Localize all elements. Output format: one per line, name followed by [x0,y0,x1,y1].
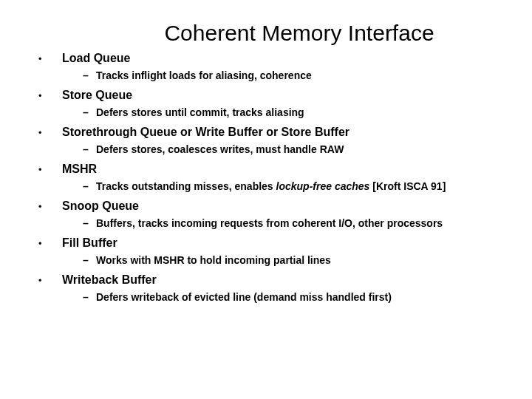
sub-list: – Tracks inflight loads for aliasing, co… [30,69,502,81]
dash-icon: – [83,106,96,118]
sub-list: – Defers stores until commit, tracks ali… [30,106,502,118]
sub-text: Tracks inflight loads for aliasing, cohe… [96,69,312,81]
sub-item: – Defers stores until commit, tracks ali… [83,106,502,118]
list-item: • Storethrough Queue or Write Buffer or … [30,126,502,155]
sub-item: – Defers writeback of evicted line (dema… [83,291,502,303]
slide-title: Coherent Memory Interface [30,21,502,46]
sub-item: – Works with MSHR to hold incoming parti… [83,254,502,266]
item-label: Writeback Buffer [62,273,157,287]
bullet-icon: • [30,164,62,175]
dash-icon: – [83,217,96,229]
sub-list: – Defers writeback of evicted line (dema… [30,291,502,303]
list-item: • Load Queue – Tracks inflight loads for… [30,52,502,81]
slide: Coherent Memory Interface • Load Queue –… [0,0,532,399]
bullet-icon: • [30,275,62,286]
dash-icon: – [83,180,96,192]
sub-list: – Defers stores, coalesces writes, must … [30,143,502,155]
sub-text-post: [Kroft ISCA 91] [369,180,446,192]
sub-text: Works with MSHR to hold incoming partial… [96,254,331,266]
bullet-icon: • [30,90,62,101]
sub-item: – Tracks inflight loads for aliasing, co… [83,69,502,81]
list-item: • Writeback Buffer – Defers writeback of… [30,273,502,303]
list-row: • Storethrough Queue or Write Buffer or … [30,126,502,139]
sub-text-ital: lockup-free caches [276,180,370,192]
bullet-icon: • [30,238,62,249]
sub-item: – Buffers, tracks incoming requests from… [83,217,502,229]
sub-item: – Defers stores, coalesces writes, must … [83,143,502,155]
sub-text: Defers stores until commit, tracks alias… [96,106,304,118]
sub-text-pre: Tracks outstanding misses, enables [96,180,276,192]
bullet-icon: • [30,127,62,138]
bullet-icon: • [30,53,62,64]
dash-icon: – [83,69,96,81]
item-label: Store Queue [62,89,132,102]
list-row: • MSHR [30,163,502,176]
list-row: • Snoop Queue [30,200,502,213]
bullet-list: • Load Queue – Tracks inflight loads for… [30,52,502,303]
list-row: • Fill Buffer [30,236,502,250]
sub-text: Defers stores, coalesces writes, must ha… [96,143,344,155]
sub-text: Buffers, tracks incoming requests from c… [96,217,443,229]
list-item: • MSHR – Tracks outstanding misses, enab… [30,163,502,192]
list-row: • Store Queue [30,89,502,102]
item-label: Fill Buffer [62,236,117,250]
sub-list: – Tracks outstanding misses, enables loc… [30,180,502,192]
item-label: Load Queue [62,52,130,65]
dash-icon: – [83,143,96,155]
item-label: Snoop Queue [62,200,139,213]
sub-item: – Tracks outstanding misses, enables loc… [83,180,502,192]
dash-icon: – [83,254,96,266]
item-label: Storethrough Queue or Write Buffer or St… [62,126,349,139]
list-row: • Writeback Buffer [30,273,502,287]
list-item: • Fill Buffer – Works with MSHR to hold … [30,236,502,266]
item-label: MSHR [62,163,97,176]
dash-icon: – [83,291,96,303]
sub-text: Tracks outstanding misses, enables locku… [96,180,446,192]
list-row: • Load Queue [30,52,502,65]
sub-list: – Works with MSHR to hold incoming parti… [30,254,502,266]
bullet-icon: • [30,201,62,212]
sub-list: – Buffers, tracks incoming requests from… [30,217,502,229]
list-item: • Store Queue – Defers stores until comm… [30,89,502,118]
list-item: • Snoop Queue – Buffers, tracks incoming… [30,200,502,229]
sub-text: Defers writeback of evicted line (demand… [96,291,392,303]
